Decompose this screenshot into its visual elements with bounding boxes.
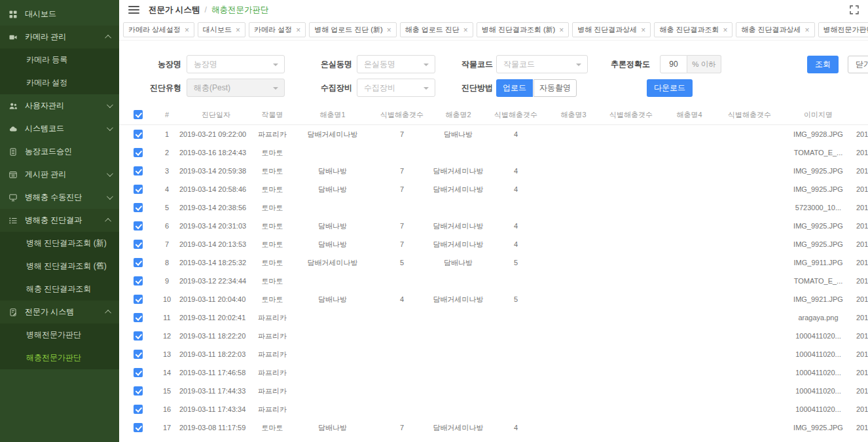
cell: 7 [374,240,429,248]
tab-close-icon[interactable]: × [723,26,727,34]
sidebar-item[interactable]: 시스템코드 [0,117,119,140]
cell: IMG_9925.JPG [780,424,856,432]
board-icon [9,171,25,179]
column-header: 식별해충갯수 [487,110,545,120]
row-checkbox[interactable] [134,203,143,212]
cell: 토마토 [254,148,291,158]
row-checkbox[interactable] [134,276,143,285]
sidebar-item[interactable]: 게시판 관리 [0,163,119,186]
row-checkbox[interactable] [134,148,143,157]
tab-label: 병해 업로드 진단 (新) [314,25,383,35]
table-row[interactable]: 152019-03-11 17:44:33파프리카1000411020...20… [119,382,868,400]
menu-toggle-icon[interactable] [128,6,139,14]
tab[interactable]: 병해 업로드 진단 (新)× [309,22,397,37]
sidebar-subitem[interactable]: 해충전문가판단 [0,346,119,369]
dashboard-icon [9,10,25,18]
row-checkbox[interactable] [134,166,143,175]
tab[interactable]: 카메라 설정× [249,22,306,37]
device-placeholder: 수집장비 [364,83,395,94]
device-select[interactable]: 수집장비 [357,79,435,97]
tab[interactable]: 병해전문가판단× [818,22,868,37]
tab[interactable]: 대시보드× [198,22,245,37]
sidebar-item[interactable]: 농장코드승인 [0,140,119,163]
row-checkbox[interactable] [134,386,143,396]
table-row[interactable]: 22019-03-16 18:24:43토마토TOMATO_E_...2019 [119,143,868,162]
sidebar-item[interactable]: 사용자관리 [0,94,119,117]
table-row[interactable]: 62019-03-14 20:31:03토마토담배나방7담배거세미나방4IMG_… [119,217,868,235]
tab[interactable]: 해충 진단결과조회× [654,22,732,37]
sidebar-item[interactable]: 전문가 시스템 [0,301,119,323]
tab-close-icon[interactable]: × [185,26,189,34]
tab-close-icon[interactable]: × [463,26,468,34]
table-row[interactable]: 162019-03-11 17:43:34파프리카1000411020...20… [119,400,868,418]
sidebar-subitem[interactable]: 해충 진단결과조회 [0,278,119,301]
sidebar-item[interactable]: 병해충 수동진단 [0,186,119,209]
table-row[interactable]: 102019-03-11 20:04:40토마토담배나방4담배거세미나방5IMG… [119,290,868,308]
sidebar-subitem[interactable]: 병해 진단결과조회 (舊) [0,255,119,278]
table-row[interactable]: 112019-03-11 20:02:41파프리카aragaya.png2019 [119,308,868,327]
row-checkbox[interactable] [134,221,143,230]
table-row[interactable]: 132019-03-11 18:22:03파프리카1000411020...20… [119,345,868,363]
table-row[interactable]: 92019-03-12 22:34:44토마토TOMATO_E_...2019 [119,272,868,290]
method-auto-button[interactable]: 자동촬영 [533,79,577,97]
table-row[interactable]: 42019-03-14 20:58:46토마토담배나방7담배거세미나방4IMG_… [119,180,868,198]
sidebar-item-label: 농장코드승인 [25,146,72,157]
tab[interactable]: 병해 진단결과상세× [572,22,651,37]
row-checkbox[interactable] [134,258,143,267]
sidebar-subitem[interactable]: 병해 진단결과조회 (新) [0,232,119,255]
row-checkbox[interactable] [134,405,143,414]
table-row[interactable]: 12019-03-21 09:22:00파프리카담배거세미나방7담배나방4IMG… [119,125,868,143]
method-upload-button[interactable]: 업로드 [496,79,533,97]
row-checkbox[interactable] [134,240,143,249]
tab-close-icon[interactable]: × [805,26,810,34]
row-checkbox[interactable] [134,331,143,341]
greenhouse-select[interactable]: 온실동명 [357,55,435,73]
row-checkbox[interactable] [134,350,143,359]
table-row[interactable]: 72019-03-14 20:13:53토마토담배나방7담배거세미나방4IMG_… [119,235,868,253]
sidebar-subitem[interactable]: 카메라 등록 [0,48,119,71]
cell: 파프리카 [254,350,291,359]
tab[interactable]: 해충 진단결과상세× [736,22,814,37]
tab-close-icon[interactable]: × [559,26,564,34]
tab-close-icon[interactable]: × [236,26,240,34]
tab-close-icon[interactable]: × [296,26,300,34]
close-button[interactable]: 닫기 [848,56,868,73]
column-header: 해충명2 [429,110,487,120]
farm-select[interactable]: 농장명 [187,55,285,73]
sidebar-item[interactable]: 병해충 진단결과 [0,209,119,232]
tab-close-icon[interactable]: × [387,26,391,34]
cell: 4 [487,167,545,175]
tab[interactable]: 해충 업로드 진단× [400,22,473,37]
sidebar-item[interactable]: 카메라 관리 [0,26,119,48]
tab-close-icon[interactable]: × [641,26,645,34]
sidebar-subitem[interactable]: 카메라 설정 [0,71,119,94]
cell: IMG_9925.JPG [780,222,856,230]
diagnosis-type-select[interactable]: 해충(Pest) [187,79,285,97]
table-row[interactable]: 122019-03-11 18:22:20파프리카1000411020...20… [119,327,868,345]
row-checkbox[interactable] [134,368,143,377]
table-row[interactable]: 142019-03-11 17:46:58파프리카1000411020...20… [119,363,868,382]
tab[interactable]: 병해 진단결과조회 (新)× [477,22,569,37]
row-checkbox[interactable] [134,295,143,304]
sidebar-subitem[interactable]: 병해전문가판단 [0,323,119,346]
fullscreen-icon[interactable] [850,5,859,14]
crop-code-select[interactable]: 작물코드 [496,55,588,73]
row-checkbox[interactable] [134,313,143,322]
sidebar-item[interactable]: 대시보드 [0,3,119,26]
tab[interactable]: 카메라 상세설정× [123,22,194,37]
table-row[interactable]: 172019-03-08 11:17:59토마토담배나방7담배거세미나방4IMG… [119,418,868,437]
select-all-checkbox[interactable] [134,110,143,119]
tab-label: 병해 진단결과조회 (新) [482,25,555,35]
row-checkbox[interactable] [134,423,143,432]
row-checkbox[interactable] [134,130,143,139]
table-row[interactable]: 32019-03-14 20:59:38토마토담배나방7담배거세미나방4IMG_… [119,162,868,180]
cell: 2019-03-14 20:58:46 [178,185,254,193]
cell: 2019-03-11 17:43:34 [178,405,254,413]
accuracy-input[interactable] [660,55,687,73]
row-checkbox[interactable] [134,185,143,194]
search-button[interactable]: 조회 [807,56,839,73]
download-button[interactable]: 다운로드 [647,79,693,97]
table-row[interactable]: 82019-03-14 18:25:32토마토담배거세미나방5담배나방5IMG_… [119,253,868,272]
table-row[interactable]: 52019-03-14 20:38:56토마토5723000_10...2019 [119,198,868,217]
cell: 2019-03-11 17:46:58 [178,369,254,377]
